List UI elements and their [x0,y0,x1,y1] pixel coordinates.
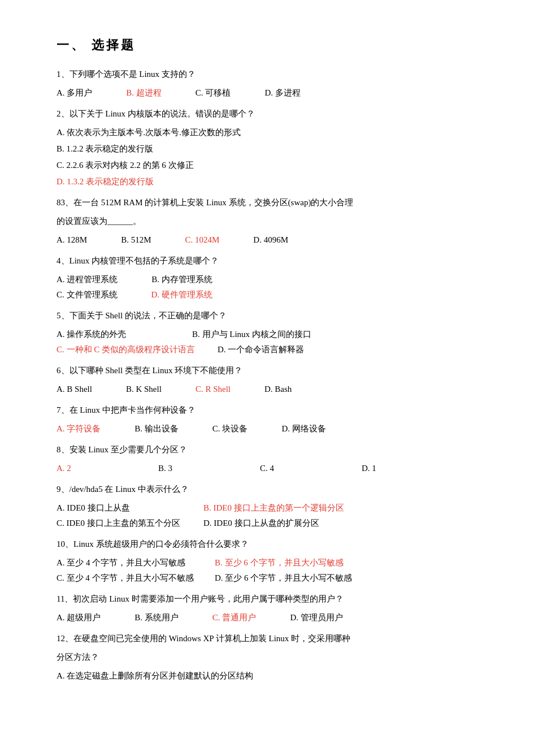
q4-text: 4、Linux 内核管理不包括的子系统是哪个？ [57,253,489,269]
q3-opt-d: D. 4096M [253,232,288,248]
q5-opt-c: C. 一种和 C 类似的高级程序设计语言 [57,342,195,357]
q7-opt-d: D. 网络设备 [281,421,325,437]
q8-options: A. 2 B. 3 C. 4 D. 1 [57,461,489,476]
q8-opt-c: C. 4 [260,461,328,476]
q3-opt-c: C. 1024M [185,232,220,248]
q5-options-row1: A. 操作系统的外壳 B. 用户与 Linux 内核之间的接口 [57,327,489,342]
q12-text2: 分区方法？ [57,650,489,665]
q4-options-row2: C. 文件管理系统 D. 硬件管理系统 [57,287,489,303]
q4-opt-d: D. 硬件管理系统 [151,287,212,303]
q11-opt-c: C. 普通用户 [212,610,257,625]
q4-opt-c: C. 文件管理系统 [57,287,118,303]
question-10: 10、Linux 系统超级用户的口令必须符合什么要求？ A. 至少 4 个字节，… [57,537,489,586]
q6-text: 6、以下哪种 Shell 类型在 Linux 环境下不能使用？ [57,363,489,378]
q8-opt-b: B. 3 [158,461,226,476]
q8-opt-a: A. 2 [57,461,124,476]
q12-text: 12、在硬盘空间已完全使用的 Windows XP 计算机上加装 Linux 时… [57,631,489,646]
q2-opt-c: C. 2.2.6 表示对内核 2.2 的第 6 次修正 [57,158,489,173]
q9-text: 9、/dev/hda5 在 Linux 中表示什么？ [57,482,489,497]
q4-opt-b: B. 内存管理系统 [151,272,212,287]
q1-opt-d: D. 多进程 [264,85,300,101]
q10-text: 10、Linux 系统超级用户的口令必须符合什么要求？ [57,537,489,552]
q6-opt-c: C. R Shell [196,382,231,397]
q5-opt-d: D. 一个命令语言解释器 [218,342,304,357]
q11-opt-d: D. 管理员用户 [290,610,342,625]
question-2: 2、以下关于 Linux 内核版本的说法。错误的是哪个？ A. 依次表示为主版本… [57,106,489,189]
q11-text: 11、初次启动 Linux 时需要添加一个用户账号，此用户属于哪种类型的用户？ [57,591,489,607]
q9-opt-b: B. IDE0 接口上主盘的第一个逻辑分区 [203,500,344,516]
q1-opt-c: C. 可移植 [196,85,231,101]
q5-options-row2: C. 一种和 C 类似的高级程序设计语言 D. 一个命令语言解释器 [57,342,489,357]
q9-opt-d: D. IDE0 接口上从盘的扩展分区 [203,516,319,531]
q3-opt-a: A. 128M [57,232,87,248]
section-title: 一、 选择题 [57,34,489,57]
q9-opt-c: C. IDE0 接口上主盘的第五个分区 [57,516,181,531]
question-8: 8、安装 Linux 至少需要几个分区？ A. 2 B. 3 C. 4 D. 1 [57,442,489,476]
q12-opt-a: A. 在选定磁盘上删除所有分区并创建默认的分区结构 [57,668,489,684]
q9-opt-a: A. IDE0 接口上从盘 [57,500,181,516]
q7-options: A. 字符设备 B. 输出设备 C. 块设备 D. 网络设备 [57,421,489,437]
q7-opt-a: A. 字符设备 [57,421,101,437]
q4-opt-a: A. 进程管理系统 [57,272,118,287]
q8-opt-d: D. 1 [362,461,376,476]
q10-opt-a: A. 至少 4 个字节，并且大小写敏感 [57,555,203,571]
question-9: 9、/dev/hda5 在 Linux 中表示什么？ A. IDE0 接口上从盘… [57,482,489,531]
q3-options: A. 128M B. 512M C. 1024M D. 4096M [57,232,489,248]
q7-text: 7、在 Linux 中把声卡当作何种设备？ [57,403,489,418]
q1-opt-b: B. 超进程 [126,85,162,101]
q1-options: A. 多用户 B. 超进程 C. 可移植 D. 多进程 [57,85,489,101]
question-5: 5、下面关于 Shell 的说法，不正确的是哪个？ A. 操作系统的外壳 B. … [57,308,489,357]
q5-text: 5、下面关于 Shell 的说法，不正确的是哪个？ [57,308,489,323]
q2-opt-b: B. 1.2.2 表示稳定的发行版 [57,141,489,157]
q10-opt-d: D. 至少 6 个字节，并且大小写不敏感 [215,571,352,586]
q10-opt-b: B. 至少 6 个字节，并且大小写敏感 [215,555,344,571]
q10-options-row2: C. 至少 4 个字节，并且大小写不敏感 D. 至少 6 个字节，并且大小写不敏… [57,571,489,586]
q4-options-row1: A. 进程管理系统 B. 内存管理系统 [57,272,489,287]
question-7: 7、在 Linux 中把声卡当作何种设备？ A. 字符设备 B. 输出设备 C.… [57,403,489,437]
q6-opt-b: B. K Shell [126,382,162,397]
q2-opt-d: D. 1.3.2 表示稳定的发行版 [57,174,489,189]
q9-options-row2: C. IDE0 接口上主盘的第五个分区 D. IDE0 接口上从盘的扩展分区 [57,516,489,531]
q10-options-row1: A. 至少 4 个字节，并且大小写敏感 B. 至少 6 个字节，并且大小写敏感 [57,555,489,571]
question-12: 12、在硬盘空间已完全使用的 Windows XP 计算机上加装 Linux 时… [57,631,489,684]
q2-text: 2、以下关于 Linux 内核版本的说法。错误的是哪个？ [57,106,489,122]
q5-opt-b: B. 用户与 Linux 内核之间的接口 [192,327,311,342]
q3-text2: 的设置应该为______。 [57,214,489,229]
q10-opt-c: C. 至少 4 个字节，并且大小写不敏感 [57,571,203,586]
q11-opt-b: B. 系统用户 [134,610,179,625]
q7-opt-b: B. 输出设备 [134,421,179,437]
question-4: 4、Linux 内核管理不包括的子系统是哪个？ A. 进程管理系统 B. 内存管… [57,253,489,303]
q1-text: 1、下列哪个选项不是 Linux 支持的？ [57,67,489,82]
question-6: 6、以下哪种 Shell 类型在 Linux 环境下不能使用？ A. B She… [57,363,489,397]
q11-opt-a: A. 超级用户 [57,610,101,625]
q7-opt-c: C. 块设备 [212,421,248,437]
q5-opt-a: A. 操作系统的外壳 [57,327,170,342]
question-1: 1、下列哪个选项不是 Linux 支持的？ A. 多用户 B. 超进程 C. 可… [57,67,489,101]
q6-opt-a: A. B Shell [57,382,92,397]
q9-options-row1: A. IDE0 接口上从盘 B. IDE0 接口上主盘的第一个逻辑分区 [57,500,489,516]
q6-opt-d: D. Bash [264,382,292,397]
q11-options: A. 超级用户 B. 系统用户 C. 普通用户 D. 管理员用户 [57,610,489,625]
question-3: 83、在一台 512M RAM 的计算机上安装 Linux 系统，交换分区(sw… [57,195,489,248]
q3-text: 83、在一台 512M RAM 的计算机上安装 Linux 系统，交换分区(sw… [57,195,489,210]
question-11: 11、初次启动 Linux 时需要添加一个用户账号，此用户属于哪种类型的用户？ … [57,591,489,625]
q2-opt-a: A. 依次表示为主版本号.次版本号.修正次数的形式 [57,125,489,140]
q8-text: 8、安装 Linux 至少需要几个分区？ [57,442,489,457]
q1-opt-a: A. 多用户 [57,85,92,101]
q3-opt-b: B. 512M [121,232,151,248]
q6-options: A. B Shell B. K Shell C. R Shell D. Bash [57,382,489,397]
